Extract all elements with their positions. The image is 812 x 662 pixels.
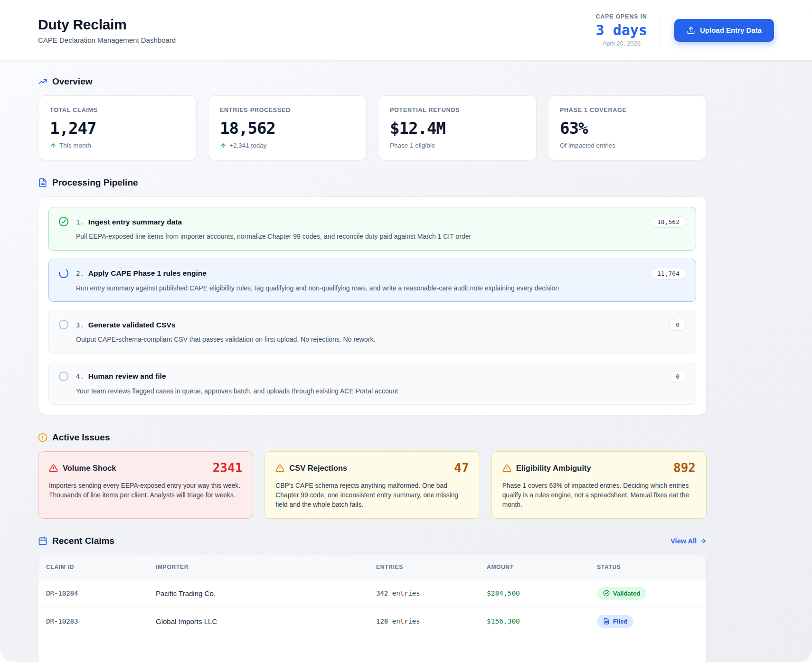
status-label: Filed — [613, 618, 627, 625]
issue-description: Importers sending every EEPA-exposed ent… — [49, 481, 242, 500]
issue-description: CBP's CAPE schema rejects anything malfo… — [275, 481, 469, 509]
issue-title: Eligibility Ambiguity — [516, 464, 591, 473]
trending-up-icon — [38, 77, 47, 86]
step-number: 3. — [76, 321, 84, 329]
stat-sub: This month — [50, 142, 185, 149]
stat-sub-label: +2,341 today — [229, 142, 266, 149]
step-number: 4. — [76, 373, 84, 380]
pipeline-card: 1. Ingest entry summary data 18,562 Pull… — [38, 196, 707, 415]
cape-countdown: CAPE OPENS IN 3 days April 20, 2026 — [596, 13, 647, 47]
pipeline-section-header: Processing Pipeline — [38, 177, 707, 188]
calendar-icon — [38, 536, 47, 546]
status-label: Validated — [613, 590, 640, 597]
dashboard-main: Overview TOTAL CLAIMS 1,247 This month E… — [38, 60, 707, 662]
alert-triangle-icon — [275, 464, 284, 473]
step-head: 3. Generate validated CSVs 0 — [76, 319, 686, 331]
importer-cell: Pacific Trading Co. — [148, 589, 368, 597]
stat-card-total-claims: TOTAL CLAIMS 1,247 This month — [38, 95, 197, 160]
view-all-link[interactable]: View All — [670, 537, 707, 545]
countdown-date: April 20, 2026 — [596, 40, 647, 47]
entries-cell: 342 entries — [368, 589, 479, 597]
countdown-label: CAPE OPENS IN — [596, 13, 647, 20]
upload-button-label: Upload Entry Data — [700, 26, 762, 34]
column-header-amount: AMOUNT — [479, 555, 589, 579]
step-head: 2. Apply CAPE Phase 1 rules engine 11,70… — [76, 268, 686, 280]
stat-value: $12.4M — [390, 119, 525, 138]
overview-section-header: Overview — [38, 76, 707, 87]
claims-section-title-block: Recent Claims — [38, 536, 114, 546]
stat-value: 63% — [560, 119, 695, 138]
spinner-icon — [58, 268, 69, 279]
column-header-entries: ENTRIES — [368, 555, 479, 579]
step-count-badge: 11,704 — [651, 268, 686, 280]
step-description: Run entry summary against published CAPE… — [76, 284, 686, 293]
stat-sub-label: Phase 1 eligible — [390, 142, 435, 149]
amount-cell: $156,300 — [479, 617, 589, 625]
step-head: 1. Ingest entry summary data 18,562 — [76, 216, 686, 228]
claims-table: CLAIM ID IMPORTER ENTRIES AMOUNT STATUS … — [38, 555, 707, 662]
step-description: Your team reviews flagged cases in queue… — [76, 387, 686, 396]
issue-head: Volume Shock 2341 — [49, 461, 242, 475]
issue-head: CSV Rejections 47 — [275, 461, 469, 475]
stat-card-entries-processed: ENTRIES PROCESSED 18,562 +2,341 today — [208, 95, 367, 160]
stat-sub-label: This month — [59, 142, 91, 149]
column-header-importer: IMPORTER — [148, 555, 368, 579]
issue-card-eligibility-ambiguity: Eligibility Ambiguity 892 Phase 1 covers… — [491, 451, 707, 519]
issue-count: 892 — [673, 461, 696, 475]
alert-triangle-icon — [49, 464, 58, 473]
pipeline-step-human-review: 4. Human review and file 0 Your team rev… — [48, 362, 696, 405]
step-count-badge: 0 — [669, 319, 686, 331]
step-count-badge: 18,562 — [651, 216, 686, 228]
stat-value: 18,562 — [220, 119, 355, 138]
pipeline-section-title: Processing Pipeline — [52, 177, 138, 188]
countdown-value: 3 days — [596, 22, 647, 38]
header-right: CAPE OPENS IN 3 days April 20, 2026 Uplo… — [596, 13, 774, 47]
step-number: 2. — [76, 270, 84, 277]
step-body: 2. Apply CAPE Phase 1 rules engine 11,70… — [76, 268, 686, 293]
issues-section-header: Active Issues — [38, 432, 707, 443]
circle-icon — [58, 319, 69, 330]
issue-head: Eligibility Ambiguity 892 — [502, 461, 696, 475]
stat-label: TOTAL CLAIMS — [50, 107, 185, 113]
step-body: 4. Human review and file 0 Your team rev… — [76, 371, 686, 396]
overview-stat-grid: TOTAL CLAIMS 1,247 This month ENTRIES PR… — [38, 95, 707, 160]
issue-count: 47 — [454, 461, 469, 475]
status-cell: Validated — [589, 587, 706, 600]
stat-label: POTENTIAL REFUNDS — [390, 107, 525, 113]
table-row[interactable]: DR-10283 Global Imports LLC 128 entries … — [38, 607, 706, 635]
amount-cell: $284,500 — [479, 589, 589, 597]
status-badge: Filed — [597, 615, 633, 628]
issues-section-title: Active Issues — [52, 432, 110, 443]
stat-value: 1,247 — [50, 119, 185, 138]
claim-id-cell: DR-10283 — [38, 617, 148, 625]
alert-triangle-icon — [502, 464, 511, 473]
claims-section-header: Recent Claims View All — [38, 536, 707, 546]
step-count-badge: 0 — [669, 371, 686, 382]
check-circle-icon — [603, 590, 610, 597]
stat-card-potential-refunds: POTENTIAL REFUNDS $12.4M Phase 1 eligibl… — [378, 95, 537, 160]
issue-card-csv-rejections: CSV Rejections 47 CBP's CAPE schema reje… — [264, 451, 480, 519]
stat-sub: +2,341 today — [220, 142, 355, 149]
upload-icon — [687, 26, 695, 35]
table-row[interactable]: DR-10284 Pacific Trading Co. 342 entries… — [38, 579, 706, 607]
step-title: Apply CAPE Phase 1 rules engine — [88, 269, 207, 278]
stat-card-phase1-coverage: PHASE 1 COVERAGE 63% Of impacted entries — [548, 95, 707, 160]
document-icon — [38, 178, 47, 187]
step-body: 1. Ingest entry summary data 18,562 Pull… — [76, 216, 686, 242]
pipeline-step-generate-csv: 3. Generate validated CSVs 0 Output CAPE… — [48, 310, 696, 354]
arrow-up-icon — [220, 142, 227, 149]
step-title: Ingest entry summary data — [88, 218, 182, 226]
claims-table-body: DR-10284 Pacific Trading Co. 342 entries… — [38, 579, 706, 635]
pipeline-step-ingest: 1. Ingest entry summary data 18,562 Pull… — [48, 207, 696, 251]
stat-label: ENTRIES PROCESSED — [220, 107, 355, 113]
issue-count: 2341 — [213, 461, 243, 475]
file-icon — [603, 618, 610, 625]
step-title: Generate validated CSVs — [88, 321, 176, 329]
claim-id-cell: DR-10284 — [38, 589, 148, 597]
stat-sub-label: Of impacted entries — [560, 142, 615, 149]
upload-entry-data-button[interactable]: Upload Entry Data — [674, 19, 774, 42]
step-title: Human review and file — [88, 372, 166, 381]
entries-cell: 128 entries — [368, 617, 479, 625]
step-description: Output CAPE-schema-compliant CSV that pa… — [76, 335, 686, 345]
issue-title: CSV Rejections — [289, 464, 347, 473]
